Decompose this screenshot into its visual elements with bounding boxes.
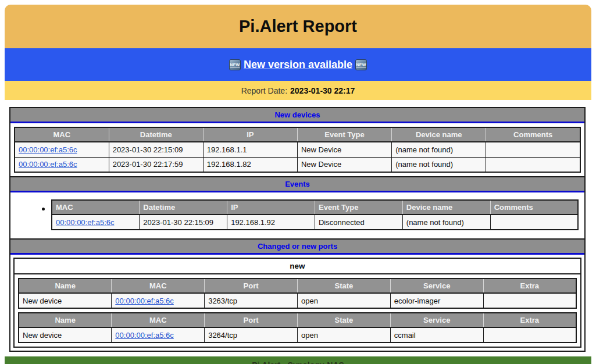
col-header-datetime: Datetime	[109, 127, 203, 142]
cell-datetime: 2023-01-30 22:15:09	[109, 142, 203, 157]
col-header-service: Service	[390, 279, 483, 293]
page-header: Pi.Alert Report	[5, 5, 591, 48]
table-header-row: Name MAC Port State Service Extra	[19, 279, 576, 293]
page-footer: Pi.Alert - Synology-NAS	[5, 356, 591, 364]
cell-state: open	[297, 293, 390, 308]
cell-name: New device	[19, 327, 112, 342]
col-header-event-type: Event Type	[297, 127, 391, 142]
events-list: MAC Datetime IP Event Type Device name C…	[10, 199, 579, 230]
ports-table-2: Name MAC Port State Service Extra New de…	[18, 312, 577, 343]
col-header-state: State	[297, 313, 390, 327]
cell-service: ecolor-imager	[390, 293, 483, 308]
col-header-service: Service	[390, 313, 483, 327]
events-section-title: Events	[10, 177, 584, 192]
mac-link[interactable]: 00:00:00:ef:a5:6c	[115, 297, 173, 305]
col-header-mac: MAC	[112, 313, 205, 327]
cell-comments	[486, 142, 580, 157]
ports-section-title: Changed or new ports	[10, 240, 584, 255]
col-header-datetime: Datetime	[140, 200, 227, 215]
col-header-ip: IP	[203, 127, 297, 142]
report-body: New devices MAC Datetime IP Event Type D…	[9, 107, 586, 352]
cell-ip: 192.168.1.1	[203, 142, 297, 157]
section-events: Events MAC Datetime IP Event Type Device…	[9, 176, 586, 240]
ports-group-wrapper: new Name MAC Port State Service Extra Ne…	[13, 258, 581, 348]
report-date-label: Report Date:	[241, 86, 287, 95]
col-header-name: Name	[19, 313, 112, 327]
table-row: New device 00:00:00:ef:a5:6c 3263/tcp op…	[19, 293, 576, 308]
cell-event-type: New Device	[297, 142, 391, 157]
new-version-link-label: New version available	[244, 59, 352, 71]
table-header-row: MAC Datetime IP Event Type Device name C…	[15, 127, 580, 142]
cell-device-name: (name not found)	[392, 157, 486, 172]
cell-extra	[483, 293, 576, 308]
cell-mac: 00:00:00:ef:a5:6c	[112, 293, 205, 308]
cell-name: New device	[19, 293, 112, 308]
col-header-port: Port	[205, 279, 298, 293]
col-header-comments: Comments	[486, 127, 580, 142]
cell-device-name: (name not found)	[392, 142, 486, 157]
events-table: MAC Datetime IP Event Type Device name C…	[51, 199, 579, 230]
col-header-extra: Extra	[483, 279, 576, 293]
report-date-value: 2023-01-30 22:17	[290, 86, 355, 95]
mac-link[interactable]: 00:00:00:ef:a5:6c	[19, 145, 77, 154]
footer-text: Pi.Alert - Synology-NAS	[252, 361, 344, 364]
cell-mac: 00:00:00:ef:a5:6c	[15, 142, 109, 157]
cell-state: open	[297, 327, 390, 342]
col-header-mac: MAC	[15, 127, 109, 142]
table-header-row: MAC Datetime IP Event Type Device name C…	[52, 200, 578, 215]
col-header-mac: MAC	[112, 279, 205, 293]
col-header-device-name: Device name	[402, 200, 490, 215]
table-row: 00:00:00:ef:a5:6c 2023-01-30 22:15:09 19…	[52, 215, 578, 230]
cell-comments	[486, 157, 580, 172]
version-banner: NEW New version available NEW	[5, 48, 591, 81]
cell-device-name: (name not found)	[402, 215, 490, 230]
cell-event-type: New Device	[297, 157, 391, 172]
new-badge-icon: NEW	[355, 59, 367, 70]
cell-event-type: Disconnected	[315, 215, 402, 230]
report-date-bar: Report Date: 2023-01-30 22:17	[5, 81, 591, 100]
table-header-row: Name MAC Port State Service Extra	[19, 313, 576, 327]
ports-table-1: Name MAC Port State Service Extra New de…	[18, 278, 577, 309]
cell-mac: 00:00:00:ef:a5:6c	[15, 157, 109, 172]
cell-ip: 192.168.1.82	[203, 157, 297, 172]
cell-port: 3264/tcp	[205, 327, 298, 342]
ports-group-label: new	[15, 259, 580, 274]
cell-ip: 192.168.1.92	[227, 215, 315, 230]
section-ports: Changed or new ports new Name MAC Port S…	[9, 238, 586, 352]
section-new-devices: New devices MAC Datetime IP Event Type D…	[9, 107, 586, 177]
col-header-ip: IP	[227, 200, 315, 215]
col-header-name: Name	[19, 279, 112, 293]
table-row: New device 00:00:00:ef:a5:6c 3264/tcp op…	[19, 327, 576, 342]
cell-mac: 00:00:00:ef:a5:6c	[52, 215, 140, 230]
col-header-device-name: Device name	[392, 127, 486, 142]
col-header-state: State	[297, 279, 390, 293]
cell-datetime: 2023-01-30 22:17:59	[109, 157, 203, 172]
mac-link[interactable]: 00:00:00:ef:a5:6c	[19, 160, 77, 169]
events-body: MAC Datetime IP Event Type Device name C…	[10, 192, 584, 238]
cell-datetime: 2023-01-30 22:15:09	[140, 215, 227, 230]
col-header-mac: MAC	[52, 200, 140, 215]
cell-service: ccmail	[390, 327, 483, 342]
table-row: 00:00:00:ef:a5:6c 2023-01-30 22:17:59 19…	[15, 157, 580, 172]
col-header-extra: Extra	[483, 313, 576, 327]
table-row: 00:00:00:ef:a5:6c 2023-01-30 22:15:09 19…	[15, 142, 580, 157]
col-header-comments: Comments	[490, 200, 578, 215]
col-header-event-type: Event Type	[315, 200, 402, 215]
col-header-port: Port	[205, 313, 298, 327]
mac-link[interactable]: 00:00:00:ef:a5:6c	[115, 331, 173, 340]
mac-link[interactable]: 00:00:00:ef:a5:6c	[56, 218, 114, 227]
new-devices-section-title: New devices	[10, 108, 584, 123]
cell-mac: 00:00:00:ef:a5:6c	[112, 327, 205, 342]
cell-comments	[490, 215, 578, 230]
new-devices-table: MAC Datetime IP Event Type Device name C…	[14, 127, 581, 173]
new-version-link[interactable]: NEW New version available NEW	[229, 59, 367, 71]
new-badge-icon: NEW	[229, 59, 241, 70]
events-list-item: MAC Datetime IP Event Type Device name C…	[51, 199, 579, 230]
cell-extra	[483, 327, 576, 342]
page-title: Pi.Alert Report	[239, 17, 357, 36]
cell-port: 3263/tcp	[205, 293, 298, 308]
